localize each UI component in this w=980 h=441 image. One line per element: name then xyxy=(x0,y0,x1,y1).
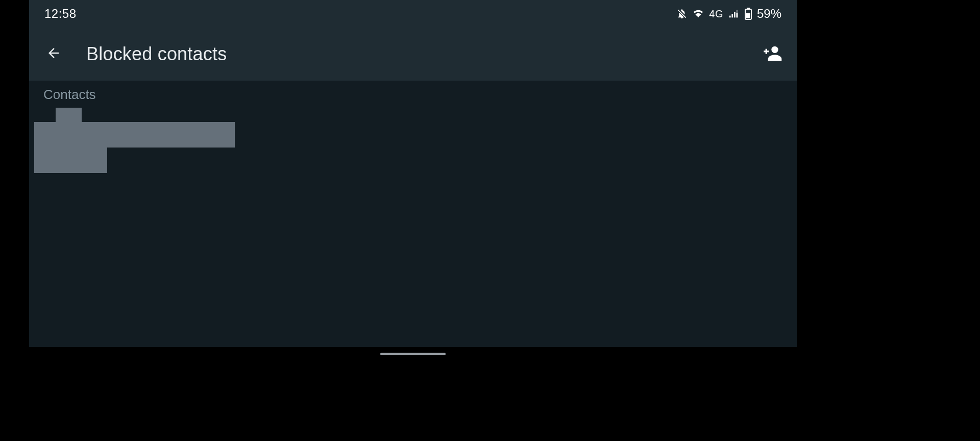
app-bar: Back Blocked contacts Add contact xyxy=(29,28,797,81)
system-nav-bar xyxy=(29,347,797,360)
svg-rect-0 xyxy=(729,16,731,18)
status-time: 12:58 xyxy=(44,7,77,20)
device-frame: 12:58 4G xyxy=(29,0,797,360)
arrow-left-icon xyxy=(46,45,61,63)
svg-rect-2 xyxy=(734,12,736,17)
notifications-off-icon xyxy=(676,8,688,19)
wifi-icon xyxy=(693,8,704,19)
add-contact-button[interactable]: Add contact xyxy=(760,42,785,66)
battery-percent: 59% xyxy=(757,7,781,21)
svg-point-8 xyxy=(771,46,778,53)
blocked-contact-row[interactable] xyxy=(29,108,797,179)
status-left: 12:58 xyxy=(44,7,77,21)
gesture-handle[interactable] xyxy=(380,353,446,355)
content-area: Contacts xyxy=(29,81,797,347)
person-add-icon xyxy=(762,43,782,65)
redacted-contact-mosaic xyxy=(34,108,238,179)
svg-rect-7 xyxy=(746,13,750,18)
svg-rect-1 xyxy=(731,14,733,17)
status-bar: 12:58 4G xyxy=(29,0,797,28)
cellular-signal-icon xyxy=(728,8,740,19)
page-title: Blocked contacts xyxy=(86,43,227,65)
svg-rect-4 xyxy=(737,13,738,17)
back-button[interactable]: Back xyxy=(41,42,66,66)
section-header-contacts: Contacts xyxy=(29,81,797,108)
status-right: 4G 59% xyxy=(676,7,781,21)
network-type-label: 4G xyxy=(709,8,723,20)
battery-icon xyxy=(745,8,752,20)
svg-rect-10 xyxy=(766,49,767,54)
